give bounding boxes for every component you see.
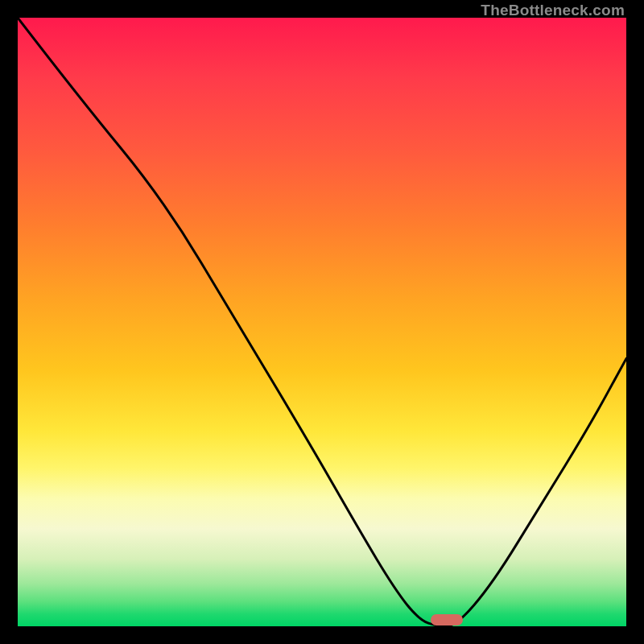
optimum-marker [431,614,463,625]
plot-area [18,18,626,626]
chart-frame: TheBottleneck.com [0,0,644,644]
bottleneck-curve [18,18,626,626]
watermark-text: TheBottleneck.com [481,2,625,19]
curve-path [18,18,626,626]
